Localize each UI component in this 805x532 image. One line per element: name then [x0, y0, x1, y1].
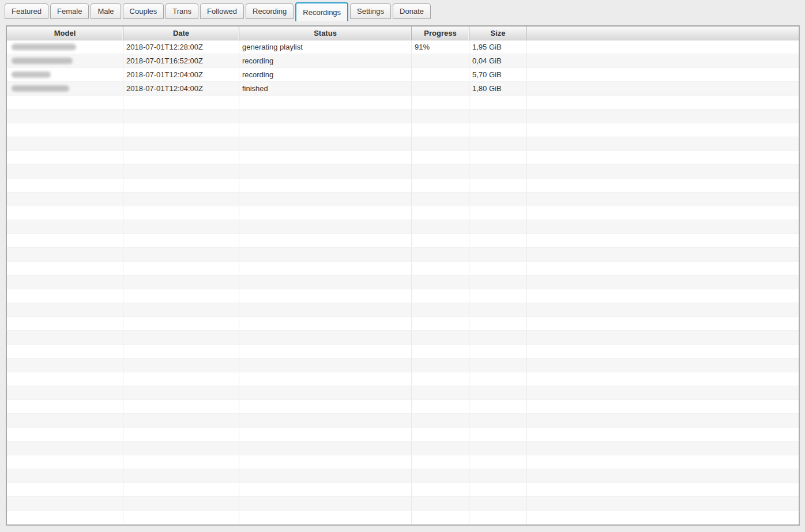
table-row[interactable]: [7, 386, 799, 400]
tab-couples[interactable]: Couples: [123, 3, 164, 19]
cell-progress: [412, 151, 469, 165]
table-row[interactable]: [7, 331, 799, 345]
cell-model: [7, 414, 123, 428]
cell-model: [7, 511, 123, 525]
tab-male[interactable]: Male: [91, 3, 121, 19]
cell-filler: [527, 193, 799, 206]
cell-progress: [412, 442, 469, 455]
cell-status: [239, 303, 412, 317]
tab-settings[interactable]: Settings: [350, 3, 391, 19]
table-row[interactable]: [7, 123, 799, 137]
tab-female[interactable]: Female: [50, 3, 89, 19]
table-row[interactable]: [7, 511, 799, 525]
table-row[interactable]: 2018-07-01T16:52:00Z recording 0,04 GiB: [7, 54, 799, 68]
cell-model: [7, 165, 123, 179]
table-row[interactable]: [7, 483, 799, 497]
redacted-model-name: [12, 44, 76, 50]
cell-filler: [527, 110, 799, 123]
table-row[interactable]: [7, 206, 799, 220]
cell-progress: [412, 220, 469, 234]
cell-size: [469, 455, 527, 469]
cell-status: [239, 497, 412, 511]
table-row[interactable]: [7, 289, 799, 303]
table-row[interactable]: [7, 497, 799, 511]
table-row[interactable]: [7, 359, 799, 372]
cell-date: [123, 220, 239, 234]
tab-featured[interactable]: Featured: [5, 3, 48, 19]
table-row[interactable]: [7, 345, 799, 359]
cell-size: [469, 469, 527, 483]
column-header-status[interactable]: Status: [239, 27, 412, 40]
table-row[interactable]: 2018-07-01T12:04:00Z recording 5,70 GiB: [7, 68, 799, 82]
table-row[interactable]: [7, 96, 799, 110]
redacted-model-name: [12, 71, 51, 78]
column-header-date[interactable]: Date: [123, 27, 239, 40]
cell-status: [239, 193, 412, 206]
table-row[interactable]: [7, 110, 799, 123]
cell-size: 1,95 GiB: [469, 40, 527, 54]
cell-progress: [412, 165, 469, 179]
table-row[interactable]: [7, 165, 799, 179]
table-row[interactable]: [7, 372, 799, 386]
table-row[interactable]: [7, 455, 799, 469]
tab-label: Followed: [207, 7, 237, 16]
cell-status: [239, 345, 412, 359]
table-row[interactable]: 2018-07-01T12:04:00Z finished 1,80 GiB: [7, 82, 799, 96]
cell-filler: [527, 276, 799, 289]
cell-status: [239, 276, 412, 289]
column-header-size[interactable]: Size: [469, 27, 527, 40]
table-row[interactable]: [7, 276, 799, 289]
table-row[interactable]: [7, 137, 799, 151]
cell-model: [7, 123, 123, 137]
table-row[interactable]: [7, 151, 799, 165]
table-row[interactable]: [7, 414, 799, 428]
tab-trans[interactable]: Trans: [165, 3, 198, 19]
cell-progress: [412, 400, 469, 414]
column-header-model[interactable]: Model: [7, 27, 123, 40]
cell-filler: [527, 40, 799, 54]
table-row[interactable]: [7, 179, 799, 193]
cell-status: [239, 234, 412, 248]
cell-status: [239, 248, 412, 262]
table-row[interactable]: [7, 442, 799, 455]
tab-recordings[interactable]: Recordings: [295, 2, 348, 21]
table-row[interactable]: [7, 428, 799, 442]
cell-model: [7, 234, 123, 248]
table-row[interactable]: 2018-07-01T12:28:00Z generating playlist…: [7, 40, 799, 54]
table-row[interactable]: [7, 317, 799, 331]
table-row[interactable]: [7, 262, 799, 276]
column-header-progress[interactable]: Progress: [412, 27, 469, 40]
table-row[interactable]: [7, 234, 799, 248]
cell-filler: [527, 289, 799, 303]
tab-donate[interactable]: Donate: [393, 3, 431, 19]
tab-recording[interactable]: Recording: [246, 3, 294, 19]
table-row[interactable]: [7, 220, 799, 234]
cell-size: 0,04 GiB: [469, 54, 527, 68]
tab-label: Trans: [172, 7, 191, 16]
cell-progress: 91%: [412, 40, 469, 54]
cell-date: [123, 400, 239, 414]
cell-date: 2018-07-01T16:52:00Z: [123, 54, 239, 68]
table-body: 2018-07-01T12:28:00Z generating playlist…: [7, 40, 799, 525]
tab-label: Donate: [400, 7, 424, 16]
table-row[interactable]: [7, 303, 799, 317]
cell-progress: [412, 414, 469, 428]
table-row[interactable]: [7, 469, 799, 483]
cell-progress: [412, 455, 469, 469]
tab-followed[interactable]: Followed: [200, 3, 244, 19]
cell-size: [469, 303, 527, 317]
table-row[interactable]: [7, 400, 799, 414]
cell-progress: [412, 262, 469, 276]
cell-size: [469, 400, 527, 414]
cell-size: [469, 137, 527, 151]
cell-progress: [412, 137, 469, 151]
cell-progress: [412, 248, 469, 262]
recordings-table: Model Date Status Progress Size 2018-07-…: [6, 25, 800, 526]
cell-date: [123, 469, 239, 483]
cell-date: [123, 455, 239, 469]
table-row[interactable]: [7, 193, 799, 206]
table-row[interactable]: [7, 248, 799, 262]
cell-date: [123, 414, 239, 428]
cell-date: [123, 372, 239, 386]
cell-progress: [412, 359, 469, 372]
